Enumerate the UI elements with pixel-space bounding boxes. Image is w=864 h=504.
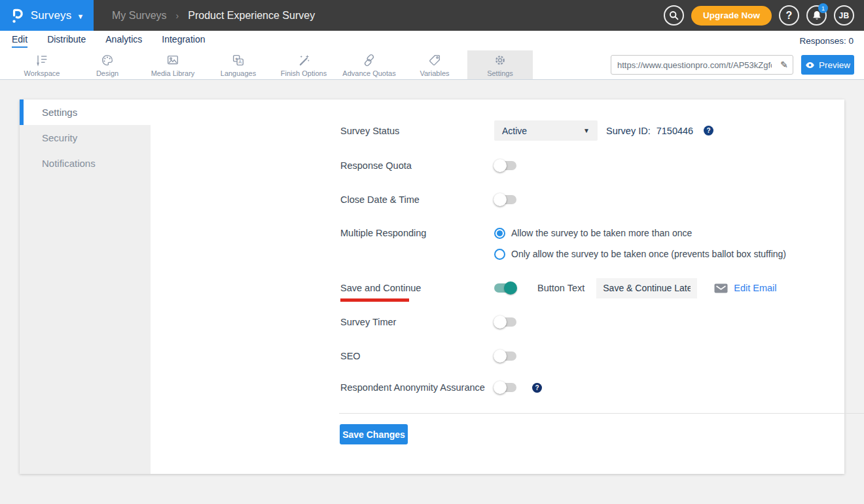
main-tabs: Edit Distribute Analytics Integration Re…	[0, 31, 864, 50]
upgrade-now-button[interactable]: Upgrade Now	[691, 6, 772, 26]
search-icon	[668, 10, 679, 21]
survey-timer-toggle[interactable]	[494, 317, 516, 327]
product-switcher[interactable]: Surveys ▼	[0, 0, 94, 31]
response-quota-toggle[interactable]	[494, 161, 516, 170]
app-header: Surveys ▼ My Surveys › Product Experienc…	[0, 0, 864, 31]
radio-only-once-label: Only allow the survey to be taken once (…	[511, 249, 786, 259]
edit-url-icon[interactable]: ✎	[776, 60, 793, 70]
button-text-input[interactable]	[596, 278, 697, 298]
survey-status-label: Survey Status	[340, 126, 494, 136]
tag-icon	[427, 53, 442, 67]
survey-id-label: Survey ID:	[606, 126, 651, 136]
breadcrumb-separator: ›	[176, 10, 179, 21]
respondent-anonymity-help-icon[interactable]: ?	[532, 383, 542, 393]
gear-icon	[493, 53, 507, 67]
survey-status-value: Active	[502, 126, 527, 136]
seo-row: SEO	[340, 350, 831, 363]
help-button[interactable]: ?	[779, 5, 799, 26]
question-mark-icon: ?	[786, 10, 793, 22]
save-and-continue-label: Save and Continue	[340, 283, 494, 293]
survey-timer-row: Survey Timer	[340, 315, 831, 329]
close-date-toggle[interactable]	[494, 195, 516, 204]
edit-toolbar: Workspace Design Media Library ★ A Langu…	[0, 50, 864, 80]
content-area: Settings Security Notifications Survey S…	[0, 80, 864, 503]
page-title: Product Experience Survey	[188, 10, 315, 22]
radio-multiple-allowed[interactable]	[494, 228, 505, 239]
survey-link-group: ✎ Preview	[611, 55, 854, 75]
close-date-label: Close Date & Time	[340, 194, 494, 205]
response-quota-label: Response Quota	[340, 160, 494, 171]
tab-integration[interactable]: Integration	[162, 34, 205, 48]
toolbar-item-media-library[interactable]: Media Library	[140, 50, 206, 79]
toolbar-item-design[interactable]: Design	[75, 50, 140, 79]
edit-email-link[interactable]: Edit Email	[734, 283, 776, 293]
notification-count-badge: 1	[818, 3, 828, 13]
survey-url-field[interactable]: ✎	[611, 55, 793, 75]
responses-count: Responses: 0	[799, 36, 854, 46]
multiple-responding-label: Multiple Responding	[340, 228, 494, 238]
multiple-responding-row: Multiple Responding Allow the survey to …	[340, 226, 831, 240]
breadcrumb: My Surveys › Product Experience Survey	[112, 10, 315, 22]
survey-status-row: Survey Status Active ▼ Survey ID: 715044…	[340, 120, 831, 141]
survey-id-value: 7150446	[657, 126, 693, 136]
toolbar-item-languages[interactable]: ★ A Languages	[206, 50, 271, 79]
save-and-continue-row: Save and Continue Button Text Edit Email	[340, 278, 831, 298]
red-annotation-underline	[340, 298, 409, 302]
save-changes-button[interactable]: Save Changes	[340, 424, 408, 444]
breadcrumb-my-surveys[interactable]: My Surveys	[112, 10, 167, 22]
survey-id-help-icon[interactable]: ?	[704, 126, 713, 135]
survey-url-input[interactable]	[611, 60, 776, 70]
settings-card: Settings Security Notifications Survey S…	[20, 99, 844, 474]
respondent-anonymity-toggle[interactable]	[494, 383, 516, 392]
form-divider	[339, 413, 864, 414]
chain-link-icon	[362, 53, 376, 67]
radio-multiple-allowed-label: Allow the survey to be taken more than o…	[511, 228, 692, 238]
button-text-label: Button Text	[537, 283, 585, 293]
close-date-row: Close Date & Time	[340, 193, 831, 206]
sidebar-item-notifications[interactable]: Notifications	[20, 151, 151, 176]
survey-status-dropdown[interactable]: Active ▼	[494, 120, 598, 141]
respondent-anonymity-label: Respondent Anonymity Assurance	[340, 382, 494, 393]
preview-button[interactable]: Preview	[801, 55, 854, 75]
toolbar-item-settings[interactable]: Settings	[467, 50, 533, 79]
multiple-responding-row-2: Only allow the survey to be taken once (…	[340, 247, 831, 261]
survey-timer-label: Survey Timer	[340, 317, 494, 327]
notifications-button[interactable]: 1	[806, 5, 827, 26]
settings-sidebar: Settings Security Notifications	[20, 99, 151, 474]
translate-icon: ★ A	[231, 53, 245, 67]
toolbar-item-variables[interactable]: Variables	[402, 50, 467, 79]
tab-analytics[interactable]: Analytics	[105, 34, 142, 48]
eye-icon	[805, 62, 815, 69]
user-avatar[interactable]: JB	[834, 5, 854, 26]
response-quota-row: Response Quota	[340, 159, 831, 172]
sidebar-item-security[interactable]: Security	[20, 125, 151, 151]
email-envelope-icon	[714, 283, 728, 293]
save-and-continue-toggle[interactable]	[494, 283, 516, 293]
toolbar-item-finish-options[interactable]: Finish Options	[271, 50, 336, 79]
search-button[interactable]	[664, 5, 684, 26]
header-actions: Upgrade Now ? 1 JB	[664, 5, 854, 26]
svg-text:A: A	[238, 59, 242, 65]
magic-wand-icon	[297, 53, 311, 67]
palette-icon	[100, 53, 115, 67]
chevron-down-icon: ▼	[77, 12, 84, 20]
top-bar: My Surveys › Product Experience Survey U…	[94, 0, 864, 31]
settings-form: Survey Status Active ▼ Survey ID: 715044…	[151, 99, 844, 474]
chevron-down-icon: ▼	[583, 127, 590, 134]
questionpro-logo-icon	[10, 6, 26, 25]
sidebar-item-settings[interactable]: Settings	[20, 99, 151, 125]
toolbar-item-workspace[interactable]: Workspace	[9, 50, 75, 79]
image-icon	[166, 53, 180, 67]
respondent-anonymity-row: Respondent Anonymity Assurance ?	[340, 381, 831, 394]
toolbar-item-advance-quotas[interactable]: Advance Quotas	[336, 50, 402, 79]
seo-label: SEO	[340, 351, 494, 361]
avatar-initials: JB	[839, 11, 850, 20]
seo-toggle[interactable]	[494, 351, 516, 361]
pencil-list-icon	[35, 53, 49, 67]
tab-distribute[interactable]: Distribute	[47, 34, 86, 48]
product-name: Surveys	[31, 9, 72, 22]
radio-only-once[interactable]	[494, 249, 505, 260]
tab-edit[interactable]: Edit	[12, 34, 27, 48]
